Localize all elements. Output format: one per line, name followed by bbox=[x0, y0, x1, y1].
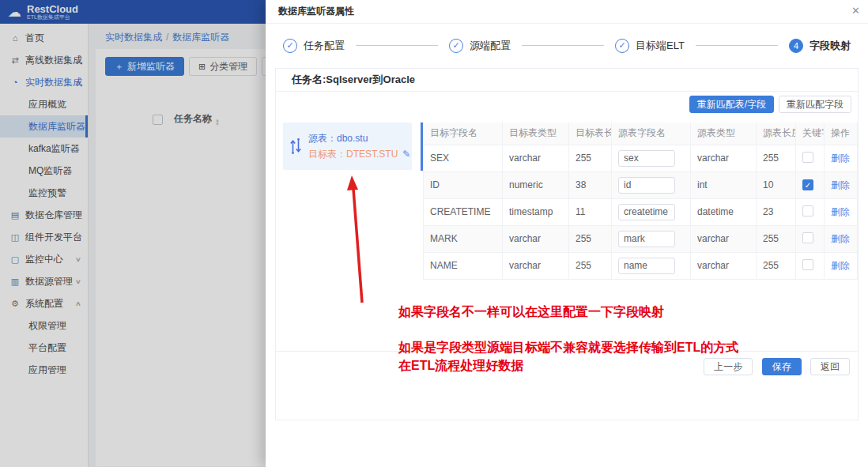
source-length-cell: 10 bbox=[757, 171, 796, 198]
rematch-buttons: 重新匹配表/字段 重新匹配字段 bbox=[689, 96, 851, 113]
step-connector-line bbox=[356, 45, 438, 46]
listener-properties-drawer: 数据库监听器属性 ✕ ✓任务配置✓源端配置✓目标端ELT4字段映射 任务名:Sq… bbox=[266, 0, 868, 467]
keyword-checkbox[interactable] bbox=[802, 205, 813, 217]
source-type-cell: varchar bbox=[691, 225, 757, 252]
step-label: 目标端ELT bbox=[636, 39, 685, 53]
action-cell: 删除 bbox=[825, 225, 858, 252]
step-done-check-icon: ✓ bbox=[449, 39, 463, 53]
keyword-checkbox[interactable] bbox=[802, 259, 813, 270]
save-button[interactable]: 保存 bbox=[762, 358, 802, 375]
step-label: 源端配置 bbox=[470, 39, 511, 53]
swap-icon bbox=[289, 137, 302, 155]
table-row: IDnumeric38int10✓删除 bbox=[424, 171, 858, 198]
source-table-line: 源表：dbo.stu bbox=[308, 130, 410, 146]
annotation-line1: 如果字段名不一样可以在这里配置一下字段映射 bbox=[398, 304, 664, 321]
step-2[interactable]: ✓源端配置 bbox=[449, 39, 511, 53]
source-type-cell: datetime bbox=[691, 198, 757, 225]
target-field-cell: SEX bbox=[424, 145, 503, 171]
annotation-arrow-icon bbox=[343, 173, 375, 309]
source-type-cell: varchar bbox=[691, 145, 757, 171]
step-label: 任务配置 bbox=[304, 39, 345, 53]
edit-pencil-icon[interactable]: ✎ bbox=[402, 149, 410, 160]
rematch-fields-button[interactable]: 重新匹配字段 bbox=[779, 96, 851, 113]
target-length-cell: 11 bbox=[569, 198, 612, 225]
step-label: 字段映射 bbox=[810, 39, 851, 53]
mapping-table-body: SEXvarchar255varchar255删除IDnumeric38int1… bbox=[424, 145, 858, 279]
back-button[interactable]: 返回 bbox=[810, 358, 850, 375]
target-length-cell: 255 bbox=[569, 225, 612, 252]
target-type-cell: timestamp bbox=[503, 198, 569, 225]
source-type-cell: varchar bbox=[691, 252, 757, 279]
column-header-源表类型: 源表类型 bbox=[691, 122, 757, 145]
target-field-cell: CREATETIME bbox=[424, 198, 503, 225]
source-field-cell bbox=[612, 198, 691, 225]
source-length-cell: 255 bbox=[757, 252, 796, 279]
source-field-input[interactable] bbox=[618, 258, 675, 274]
wizard-steps: ✓任务配置✓源端配置✓目标端ELT4字段映射 bbox=[266, 24, 868, 67]
step-1[interactable]: ✓任务配置 bbox=[283, 39, 345, 53]
step-done-check-icon: ✓ bbox=[283, 39, 297, 53]
table-row: MARKvarchar255varchar255删除 bbox=[424, 225, 858, 252]
source-length-cell: 255 bbox=[757, 145, 796, 171]
target-length-cell: 38 bbox=[569, 171, 612, 198]
step-done-check-icon: ✓ bbox=[615, 39, 629, 53]
rematch-table-fields-button[interactable]: 重新匹配表/字段 bbox=[689, 96, 774, 113]
step-number-badge: 4 bbox=[789, 39, 803, 53]
target-type-cell: numeric bbox=[503, 171, 569, 198]
keyword-cell bbox=[796, 198, 825, 225]
target-field-cell: NAME bbox=[424, 252, 503, 279]
source-length-cell: 255 bbox=[757, 225, 796, 252]
source-field-input[interactable] bbox=[618, 177, 675, 194]
keyword-cell: ✓ bbox=[796, 171, 825, 198]
field-mapping-table: 目标字段名目标表类型目标表长度源表字段名源表类型源表长度关键字操作 SEXvar… bbox=[423, 122, 858, 280]
table-row: NAMEvarchar255varchar255删除 bbox=[424, 252, 858, 279]
target-field-cell: MARK bbox=[424, 225, 503, 252]
drawer-titlebar: 数据库监听器属性 ✕ bbox=[266, 0, 868, 24]
column-header-目标表长度: 目标表长度 bbox=[569, 122, 612, 145]
delete-link[interactable]: 删除 bbox=[831, 233, 850, 244]
action-cell: 删除 bbox=[825, 252, 858, 279]
source-field-input[interactable] bbox=[618, 231, 675, 247]
column-header-操作: 操作 bbox=[825, 122, 858, 145]
delete-link[interactable]: 删除 bbox=[831, 179, 850, 190]
keyword-cell bbox=[796, 225, 825, 252]
target-type-cell: varchar bbox=[503, 252, 569, 279]
annotation-line2-3: 如果是字段类型源端目标端不兼容就要选择传输到ETL的方式 在ETL流程处理好数据 bbox=[398, 338, 738, 375]
source-field-cell bbox=[612, 145, 691, 171]
table-row: SEXvarchar255varchar255删除 bbox=[424, 145, 858, 171]
step-connector-line bbox=[696, 45, 778, 46]
source-field-cell bbox=[612, 171, 691, 198]
step-connector-line bbox=[522, 45, 604, 46]
delete-link[interactable]: 删除 bbox=[831, 260, 850, 271]
table-row: CREATETIMEtimestamp11datetime23删除 bbox=[424, 198, 858, 225]
source-field-input[interactable] bbox=[618, 204, 675, 220]
target-table-value: DTEST.STU bbox=[346, 149, 398, 160]
step-3[interactable]: ✓目标端ELT bbox=[615, 39, 685, 53]
close-icon[interactable]: ✕ bbox=[851, 6, 860, 16]
column-header-目标表类型: 目标表类型 bbox=[503, 122, 569, 145]
keyword-cell bbox=[796, 252, 825, 279]
action-cell: 删除 bbox=[825, 198, 858, 225]
source-field-cell bbox=[612, 225, 691, 252]
action-cell: 删除 bbox=[825, 171, 858, 198]
target-type-cell: varchar bbox=[503, 225, 569, 252]
keyword-checkbox[interactable] bbox=[802, 152, 813, 163]
target-length-cell: 255 bbox=[569, 145, 612, 171]
column-header-源表字段名: 源表字段名 bbox=[612, 122, 691, 145]
modal-overlay[interactable] bbox=[0, 0, 266, 467]
task-name-label: 任务名:Sqlserver到Oracle bbox=[276, 69, 858, 92]
column-header-关键字: 关键字 bbox=[796, 122, 825, 145]
target-field-cell: ID bbox=[424, 171, 503, 198]
source-field-cell bbox=[612, 252, 691, 279]
mapping-table-header-row: 目标字段名目标表类型目标表长度源表字段名源表类型源表长度关键字操作 bbox=[424, 122, 858, 145]
column-header-目标字段名: 目标字段名 bbox=[424, 122, 503, 145]
delete-link[interactable]: 删除 bbox=[831, 206, 850, 217]
step-4[interactable]: 4字段映射 bbox=[789, 39, 851, 53]
source-field-input[interactable] bbox=[618, 150, 675, 167]
delete-link[interactable]: 删除 bbox=[831, 153, 850, 164]
source-length-cell: 23 bbox=[757, 198, 796, 225]
column-header-源表长度: 源表长度 bbox=[757, 122, 796, 145]
table-mapping-card[interactable]: 源表：dbo.stu 目标表：DTEST.STU✎ bbox=[283, 122, 412, 170]
keyword-checkbox[interactable] bbox=[802, 232, 813, 243]
keyword-checkbox[interactable]: ✓ bbox=[802, 179, 813, 190]
